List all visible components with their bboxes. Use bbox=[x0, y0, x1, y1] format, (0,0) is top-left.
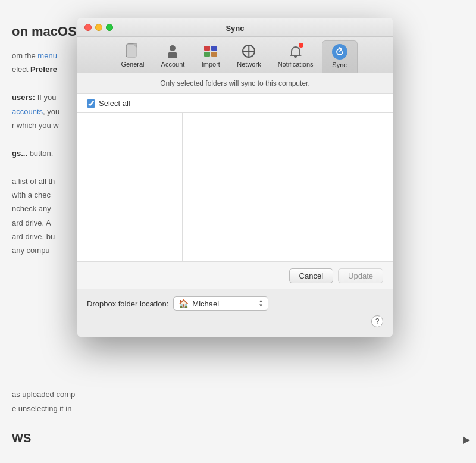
minimize-button[interactable] bbox=[95, 24, 102, 31]
folder-col-2[interactable] bbox=[183, 113, 288, 261]
document-icon bbox=[124, 43, 141, 60]
traffic-lights bbox=[84, 24, 113, 31]
bg-bottom-text: as uploaded comp e unselecting it in bbox=[12, 387, 75, 415]
toolbar-item-account[interactable]: Account bbox=[153, 40, 193, 73]
toolbar-item-network[interactable]: Network bbox=[228, 40, 269, 73]
home-icon: 🏠 bbox=[178, 299, 189, 308]
sync-panel: Only selected folders will sync to this … bbox=[77, 73, 393, 289]
sync-info-text: Only selected folders will sync to this … bbox=[160, 79, 309, 87]
folder-columns bbox=[77, 113, 393, 262]
toolbar-label-sync: Sync bbox=[332, 61, 346, 68]
update-button[interactable]: Update bbox=[338, 268, 383, 283]
toolbar-label-network: Network bbox=[237, 61, 261, 68]
bg-arrow-icon: ▶ bbox=[463, 434, 470, 445]
network-icon bbox=[240, 43, 257, 60]
close-button[interactable] bbox=[84, 24, 92, 31]
cancel-button[interactable]: Cancel bbox=[289, 268, 333, 283]
toolbar-item-general[interactable]: General bbox=[112, 40, 152, 73]
sync-info-bar: Only selected folders will sync to this … bbox=[77, 73, 393, 94]
toolbar-item-notifications[interactable]: Notifications bbox=[270, 40, 322, 73]
toolbar-label-import: Import bbox=[202, 61, 220, 68]
location-value: Michael bbox=[192, 299, 255, 308]
folder-col-1[interactable] bbox=[77, 113, 183, 261]
prefs-bottom: Dropbox folder location: 🏠 Michael ▲ ▼ ? bbox=[77, 289, 393, 337]
help-button[interactable]: ? bbox=[371, 315, 383, 327]
select-all-label: Select all bbox=[99, 99, 130, 108]
title-bar: Sync bbox=[77, 18, 393, 37]
arrows-icon: ▲ ▼ bbox=[258, 299, 263, 308]
sync-icon bbox=[331, 43, 348, 60]
dropbox-location-row: Dropbox folder location: 🏠 Michael ▲ ▼ bbox=[87, 296, 383, 311]
prefs-window: Sync General bbox=[77, 18, 393, 337]
toolbar: General Account Import bbox=[77, 37, 393, 73]
select-all-row: Select all bbox=[77, 94, 393, 113]
bell-icon bbox=[287, 43, 304, 60]
maximize-button[interactable] bbox=[106, 24, 113, 31]
toolbar-item-sync[interactable]: Sync bbox=[322, 40, 358, 73]
help-btn-row: ? bbox=[87, 315, 383, 327]
window-title: Sync bbox=[84, 24, 386, 36]
select-all-checkbox[interactable] bbox=[87, 99, 95, 108]
location-select[interactable]: 🏠 Michael ▲ ▼ bbox=[173, 296, 268, 311]
import-icon bbox=[202, 43, 219, 60]
toolbar-item-import[interactable]: Import bbox=[193, 40, 228, 73]
button-bar: Cancel Update bbox=[77, 262, 393, 289]
folder-col-3[interactable] bbox=[287, 113, 393, 261]
toolbar-label-general: General bbox=[121, 61, 144, 68]
location-label: Dropbox folder location: bbox=[87, 299, 168, 308]
notification-badge bbox=[299, 43, 303, 48]
person-icon bbox=[164, 43, 181, 60]
toolbar-label-account: Account bbox=[161, 61, 185, 68]
toolbar-label-notifications: Notifications bbox=[278, 61, 314, 68]
bg-bottom-title: WS bbox=[12, 431, 31, 445]
